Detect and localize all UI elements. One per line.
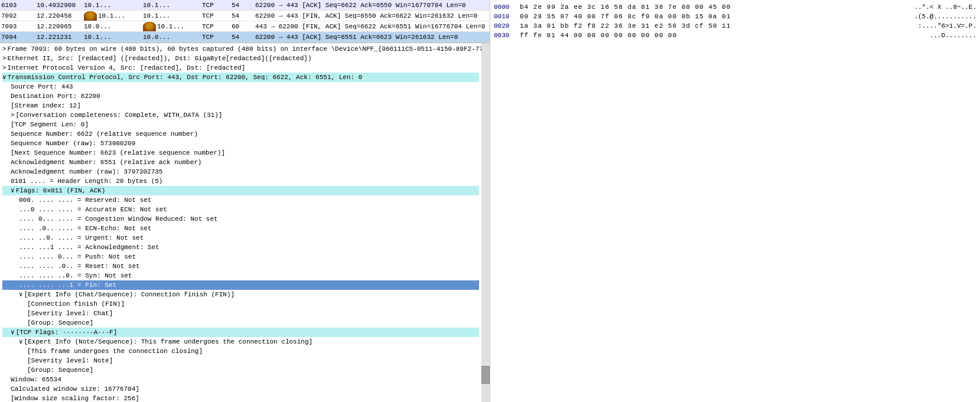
detail-row[interactable]: .... ..0. .... = Urgent: Not set xyxy=(2,233,479,243)
detail-row[interactable]: .... .... ...1 = Fin: Set xyxy=(2,280,479,290)
detail-row[interactable]: [Severity level: Note] xyxy=(2,356,479,365)
detail-text: Calculated window size: 16776704] xyxy=(11,385,139,393)
detail-row[interactable]: .... .... .0.. = Reset: Not set xyxy=(2,262,479,271)
packet-proto: TCP xyxy=(202,2,232,9)
hex-row: 001000 28 35 87 40 00 7f 06 8c f9 0a 00 … xyxy=(494,12,976,21)
hex-bytes: ff fe 01 44 00 00 00 00 00 00 00 00 xyxy=(520,31,925,40)
packet-row[interactable]: 709312.22096510.0...10.1...TCP60443 → 62… xyxy=(0,21,490,32)
main-container: 610310.493290010.1...10.1...TCP5462200 →… xyxy=(0,0,980,402)
detail-row[interactable]: Source Port: 443 xyxy=(2,82,479,91)
detail-row[interactable]: .... .0.. .... = ECN-Echo: Not set xyxy=(2,224,479,233)
hex-content: 0000b4 2e 99 2a ee 3c 16 58 da 81 38 7e … xyxy=(494,2,976,400)
src-address: 10.1... xyxy=(84,2,111,9)
src-address: 10.0... xyxy=(84,23,111,30)
detail-row[interactable]: Calculated window size: 16776704] xyxy=(2,384,479,394)
detail-text: .... .... 0... = Push: Not set xyxy=(19,253,136,260)
detail-text: .... .... ...1 = Fin: Set xyxy=(19,282,116,289)
hex-scroll-container: 0000b4 2e 99 2a ee 3c 16 58 da 81 38 7e … xyxy=(494,2,976,400)
detail-panel[interactable]: > Frame 7093: 60 bytes on wire (480 bits… xyxy=(0,43,481,402)
detail-text: 000. .... .... = Reserved: Not set xyxy=(19,197,151,204)
detail-row[interactable]: [Group: Sequence] xyxy=(2,365,479,375)
hex-row: 0000b4 2e 99 2a ee 3c 16 58 da 81 38 7e … xyxy=(494,2,976,12)
detail-text: .... ..0. .... = Urgent: Not set xyxy=(19,234,144,241)
hex-offset: 0000 xyxy=(494,2,515,12)
detail-text: 0101 .... = Header Length: 20 bytes (5) xyxy=(11,178,162,185)
detail-row[interactable]: 0101 .... = Header Length: 20 bytes (5) xyxy=(2,177,479,186)
detail-row[interactable]: .... 0... .... = Congestion Window Reduc… xyxy=(2,214,479,224)
detail-text: [TCP Segment Len: 0] xyxy=(11,121,89,128)
detail-row[interactable]: Destination Port: 62200 xyxy=(2,91,479,101)
detail-row[interactable]: [Group: Sequence] xyxy=(2,318,479,328)
detail-row[interactable]: [TCP Segment Len: 0] xyxy=(2,120,479,129)
detail-row[interactable]: > Internet Protocol Version 4, Src: [red… xyxy=(2,63,479,73)
detail-row[interactable]: > Frame 7093: 60 bytes on wire (480 bits… xyxy=(2,44,479,54)
packet-row[interactable]: 610310.493290010.1...10.1...TCP5462200 →… xyxy=(0,0,490,11)
detail-text: [Group: Sequence] xyxy=(27,319,93,326)
detail-wrapper: > Frame 7093: 60 bytes on wire (480 bits… xyxy=(0,43,490,402)
packet-row[interactable]: 709412.22123110.1...10.0...TCP5462200 → … xyxy=(0,32,490,43)
detail-row[interactable]: [Connection finish (FIN)] xyxy=(2,299,479,309)
hex-row: 0030ff fe 01 44 00 00 00 00 00 00 00 00.… xyxy=(494,31,976,40)
detail-row[interactable]: ∨ [TCP Flags: ········A···F] xyxy=(2,328,479,337)
packet-proto: TCP xyxy=(202,34,232,41)
packet-info: 443 → 62200 [FIN, ACK] Seq=6622 Ack=6551… xyxy=(255,23,489,30)
detail-text: Destination Port: 62200 xyxy=(11,93,100,100)
detail-scrollbar[interactable] xyxy=(481,43,490,402)
collapse-arrow-icon[interactable]: ∨ xyxy=(19,290,23,299)
detail-row[interactable]: ∨ Transmission Control Protocol, Src Por… xyxy=(2,73,479,82)
detail-row[interactable]: [Severity level: Chat] xyxy=(2,309,479,318)
hex-offset: 0020 xyxy=(494,21,515,31)
detail-text: [Group: Sequence] xyxy=(27,367,93,374)
detail-text: ...0 .... .... = Accurate ECN: Not set xyxy=(19,206,167,213)
expand-arrow-icon[interactable]: > xyxy=(2,63,6,73)
detail-row[interactable]: .... .... ..0. = Syn: Not set xyxy=(2,271,479,280)
detail-row[interactable]: Sequence Number (raw): 573980209 xyxy=(2,139,479,148)
packet-dst: 10.1... xyxy=(143,22,202,31)
packet-rows-section: 610310.493290010.1...10.1...TCP5462200 →… xyxy=(0,0,490,43)
detail-row[interactable]: [This frame undergoes the connection clo… xyxy=(2,347,479,356)
dst-address: 10.1... xyxy=(143,12,170,19)
hex-bytes: 1a 3a 01 bb f2 f8 22 36 3e 31 e2 56 3d c… xyxy=(520,21,913,31)
detail-row[interactable]: Sequence Number: 6622 (relative sequence… xyxy=(2,129,479,139)
detail-scroll-thumb[interactable] xyxy=(481,366,490,384)
expand-arrow-icon[interactable]: > xyxy=(2,54,6,63)
packet-no: 7093 xyxy=(1,23,37,30)
detail-text: [Conversation completeness: Complete, WI… xyxy=(16,112,223,119)
expand-arrow-icon[interactable]: > xyxy=(2,44,6,54)
collapse-arrow-icon[interactable]: ∨ xyxy=(11,186,15,195)
detail-text: Internet Protocol Version 4, Src: [redac… xyxy=(8,64,246,71)
collapse-arrow-icon[interactable]: ∨ xyxy=(19,337,23,347)
collapse-arrow-icon[interactable]: ∨ xyxy=(11,328,15,337)
detail-row[interactable]: Acknowledgment number (raw): 3797302735 xyxy=(2,167,479,177)
detail-row[interactable]: ∨ [Expert Info (Note/Sequence): This fra… xyxy=(2,337,479,347)
detail-row[interactable]: 000. .... .... = Reserved: Not set xyxy=(2,195,479,205)
detail-row[interactable]: ∨ [Expert Info (Chat/Sequence): Connecti… xyxy=(2,290,479,299)
detail-row[interactable]: > [Conversation completeness: Complete, … xyxy=(2,110,479,120)
detail-row[interactable]: .... ...1 .... = Acknowledgment: Set xyxy=(2,243,479,252)
detail-text: .... .... .0.. = Reset: Not set xyxy=(19,263,140,270)
expand-arrow-icon[interactable]: > xyxy=(11,110,15,120)
detail-row[interactable]: .... .... 0... = Push: Not set xyxy=(2,252,479,262)
collapse-arrow-icon[interactable]: ∨ xyxy=(2,73,6,82)
detail-text: [Severity level: Note] xyxy=(27,357,113,364)
packet-time: 12.221231 xyxy=(37,34,84,41)
detail-row[interactable]: ∨ Flags: 0x011 (FIN, ACK) xyxy=(2,186,479,195)
packet-info: 62200 → 443 [ACK] Seq=6551 Ack=6623 Win=… xyxy=(255,34,489,41)
dst-address: 10.1... xyxy=(157,23,184,30)
packet-row[interactable]: 709212.22045810.1...10.1...TCP5462200 → … xyxy=(0,11,490,21)
packet-len: 60 xyxy=(232,23,255,30)
detail-text: [TCP Flags: ········A···F] xyxy=(16,329,118,336)
detail-row[interactable]: ...0 .... .... = Accurate ECN: Not set xyxy=(2,205,479,214)
detail-row[interactable]: > Ethernet II, Src: [redacted] ([redacte… xyxy=(2,54,479,63)
detail-row[interactable]: Window: 65534 xyxy=(2,375,479,384)
hex-ascii: ...D........ xyxy=(930,31,976,40)
detail-text: .... 0... .... = Congestion Window Reduc… xyxy=(19,215,218,223)
detail-text: [Connection finish (FIN)] xyxy=(27,300,125,308)
detail-row[interactable]: [Stream index: 12] xyxy=(2,101,479,110)
detail-row[interactable]: [Window size scaling factor: 256] xyxy=(2,394,479,402)
packet-len: 54 xyxy=(232,2,255,9)
detail-row[interactable]: Acknowledgment Number: 6551 (relative ac… xyxy=(2,158,479,167)
detail-text: Ethernet II, Src: [redacted] ([redacted]… xyxy=(8,55,312,62)
detail-row[interactable]: [Next Sequence Number: 6623 (relative se… xyxy=(2,148,479,158)
packet-time: 12.220965 xyxy=(37,23,84,30)
